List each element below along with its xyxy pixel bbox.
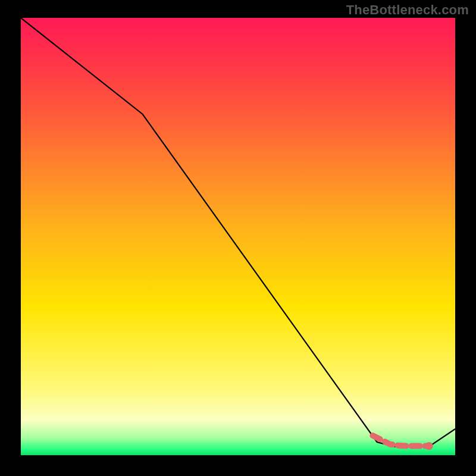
curve-line (21, 18, 455, 446)
watermark-text: TheBottleneck.com (346, 2, 469, 18)
highlight-end-dot (425, 442, 433, 450)
plot-overlay (21, 18, 455, 455)
highlight-stroke (372, 436, 429, 446)
chart-container: TheBottleneck.com (0, 0, 476, 476)
main-curve (21, 18, 455, 446)
